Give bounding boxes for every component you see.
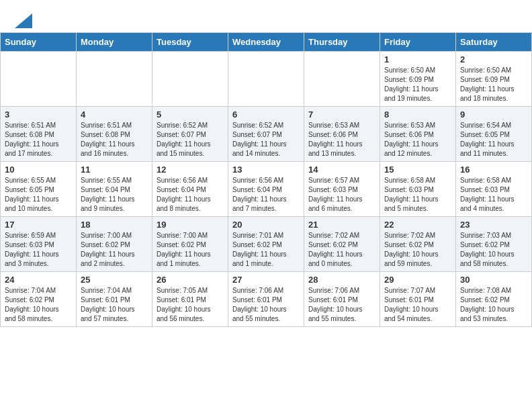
day-number: 24	[5, 275, 72, 285]
day-number: 14	[308, 165, 375, 175]
day-info: Sunrise: 7:04 AM Sunset: 6:01 PM Dayligh…	[81, 286, 148, 324]
calendar-cell: 15Sunrise: 6:58 AM Sunset: 6:03 PM Dayli…	[380, 162, 456, 217]
calendar-cell: 8Sunrise: 6:53 AM Sunset: 6:06 PM Daylig…	[380, 107, 456, 162]
weekday-header: Friday	[380, 33, 456, 52]
calendar-cell: 28Sunrise: 7:06 AM Sunset: 6:01 PM Dayli…	[304, 272, 380, 327]
day-info: Sunrise: 6:59 AM Sunset: 6:03 PM Dayligh…	[5, 231, 72, 269]
day-info: Sunrise: 7:02 AM Sunset: 6:02 PM Dayligh…	[384, 231, 451, 269]
calendar-cell	[152, 52, 228, 107]
calendar-cell	[228, 52, 304, 107]
day-number: 13	[232, 165, 300, 175]
weekday-header: Monday	[77, 33, 152, 52]
calendar-cell: 13Sunrise: 6:56 AM Sunset: 6:04 PM Dayli…	[228, 162, 304, 217]
day-info: Sunrise: 6:50 AM Sunset: 6:09 PM Dayligh…	[384, 66, 451, 103]
day-info: Sunrise: 7:00 AM Sunset: 6:02 PM Dayligh…	[157, 231, 224, 269]
day-info: Sunrise: 7:03 AM Sunset: 6:02 PM Dayligh…	[460, 231, 527, 269]
day-number: 4	[81, 109, 148, 120]
day-number: 11	[81, 165, 148, 175]
page-wrapper: SundayMondayTuesdayWednesdayThursdayFrid…	[0, 0, 532, 327]
day-info: Sunrise: 7:02 AM Sunset: 6:02 PM Dayligh…	[308, 231, 375, 269]
day-number: 20	[232, 220, 300, 230]
day-number: 2	[460, 54, 527, 64]
day-number: 1	[384, 54, 451, 64]
calendar-cell: 11Sunrise: 6:55 AM Sunset: 6:04 PM Dayli…	[77, 162, 152, 217]
calendar-cell: 21Sunrise: 7:02 AM Sunset: 6:02 PM Dayli…	[304, 217, 380, 272]
day-number: 28	[308, 275, 375, 285]
day-info: Sunrise: 6:50 AM Sunset: 6:09 PM Dayligh…	[460, 66, 527, 103]
calendar-cell: 26Sunrise: 7:05 AM Sunset: 6:01 PM Dayli…	[152, 272, 228, 327]
weekday-header: Thursday	[304, 33, 380, 52]
calendar-cell	[1, 52, 77, 107]
day-info: Sunrise: 6:58 AM Sunset: 6:03 PM Dayligh…	[460, 176, 527, 214]
day-number: 27	[232, 275, 300, 285]
day-number: 15	[384, 165, 451, 175]
day-info: Sunrise: 7:05 AM Sunset: 6:01 PM Dayligh…	[157, 286, 224, 324]
day-info: Sunrise: 6:53 AM Sunset: 6:06 PM Dayligh…	[384, 121, 451, 158]
day-info: Sunrise: 6:51 AM Sunset: 6:08 PM Dayligh…	[81, 121, 148, 158]
day-number: 22	[384, 220, 451, 230]
svg-marker-0	[15, 13, 32, 28]
weekday-header: Tuesday	[152, 33, 228, 52]
calendar-cell: 24Sunrise: 7:04 AM Sunset: 6:02 PM Dayli…	[1, 272, 77, 327]
calendar-cell: 1Sunrise: 6:50 AM Sunset: 6:09 PM Daylig…	[380, 52, 456, 107]
day-number: 10	[5, 165, 72, 175]
day-number: 29	[384, 275, 451, 285]
day-info: Sunrise: 6:56 AM Sunset: 6:04 PM Dayligh…	[157, 176, 224, 214]
day-number: 26	[157, 275, 224, 285]
calendar-cell: 6Sunrise: 6:52 AM Sunset: 6:07 PM Daylig…	[228, 107, 304, 162]
day-number: 8	[384, 109, 451, 120]
calendar-cell: 14Sunrise: 6:57 AM Sunset: 6:03 PM Dayli…	[304, 162, 380, 217]
logo-icon	[15, 13, 32, 28]
calendar-cell: 18Sunrise: 7:00 AM Sunset: 6:02 PM Dayli…	[77, 217, 152, 272]
day-info: Sunrise: 6:58 AM Sunset: 6:03 PM Dayligh…	[384, 176, 451, 214]
calendar-cell: 30Sunrise: 7:08 AM Sunset: 6:02 PM Dayli…	[456, 272, 532, 327]
day-info: Sunrise: 6:52 AM Sunset: 6:07 PM Dayligh…	[157, 121, 224, 158]
calendar-week-row: 17Sunrise: 6:59 AM Sunset: 6:03 PM Dayli…	[1, 217, 532, 272]
calendar-cell: 3Sunrise: 6:51 AM Sunset: 6:08 PM Daylig…	[1, 107, 77, 162]
calendar-cell: 25Sunrise: 7:04 AM Sunset: 6:01 PM Dayli…	[77, 272, 152, 327]
day-number: 23	[460, 220, 527, 230]
calendar-cell: 17Sunrise: 6:59 AM Sunset: 6:03 PM Dayli…	[1, 217, 77, 272]
page-header	[0, 0, 532, 32]
day-info: Sunrise: 7:04 AM Sunset: 6:02 PM Dayligh…	[5, 286, 72, 324]
calendar-cell: 22Sunrise: 7:02 AM Sunset: 6:02 PM Dayli…	[380, 217, 456, 272]
calendar-cell: 27Sunrise: 7:06 AM Sunset: 6:01 PM Dayli…	[228, 272, 304, 327]
calendar-cell: 20Sunrise: 7:01 AM Sunset: 6:02 PM Dayli…	[228, 217, 304, 272]
calendar-week-row: 10Sunrise: 6:55 AM Sunset: 6:05 PM Dayli…	[1, 162, 532, 217]
day-info: Sunrise: 6:57 AM Sunset: 6:03 PM Dayligh…	[308, 176, 375, 214]
day-info: Sunrise: 6:54 AM Sunset: 6:05 PM Dayligh…	[460, 121, 527, 158]
weekday-header: Sunday	[1, 33, 77, 52]
calendar-header: SundayMondayTuesdayWednesdayThursdayFrid…	[1, 33, 532, 52]
day-number: 9	[460, 109, 527, 120]
calendar-cell: 12Sunrise: 6:56 AM Sunset: 6:04 PM Dayli…	[152, 162, 228, 217]
day-info: Sunrise: 7:06 AM Sunset: 6:01 PM Dayligh…	[308, 286, 375, 324]
calendar-cell: 5Sunrise: 6:52 AM Sunset: 6:07 PM Daylig…	[152, 107, 228, 162]
day-number: 21	[308, 220, 375, 230]
day-info: Sunrise: 6:55 AM Sunset: 6:04 PM Dayligh…	[81, 176, 148, 214]
weekday-header: Wednesday	[228, 33, 304, 52]
calendar-cell: 19Sunrise: 7:00 AM Sunset: 6:02 PM Dayli…	[152, 217, 228, 272]
calendar-cell: 23Sunrise: 7:03 AM Sunset: 6:02 PM Dayli…	[456, 217, 532, 272]
day-number: 5	[157, 109, 224, 120]
day-number: 17	[5, 220, 72, 230]
day-info: Sunrise: 6:51 AM Sunset: 6:08 PM Dayligh…	[5, 121, 72, 158]
calendar-cell: 4Sunrise: 6:51 AM Sunset: 6:08 PM Daylig…	[77, 107, 152, 162]
calendar-week-row: 1Sunrise: 6:50 AM Sunset: 6:09 PM Daylig…	[1, 52, 532, 107]
day-info: Sunrise: 6:53 AM Sunset: 6:06 PM Dayligh…	[308, 121, 375, 158]
day-number: 6	[232, 109, 300, 120]
weekday-row: SundayMondayTuesdayWednesdayThursdayFrid…	[1, 33, 532, 52]
weekday-header: Saturday	[456, 33, 532, 52]
day-number: 19	[157, 220, 224, 230]
day-number: 30	[460, 275, 527, 285]
logo	[13, 12, 32, 27]
day-info: Sunrise: 7:00 AM Sunset: 6:02 PM Dayligh…	[81, 231, 148, 269]
calendar-cell: 29Sunrise: 7:07 AM Sunset: 6:01 PM Dayli…	[380, 272, 456, 327]
day-info: Sunrise: 7:07 AM Sunset: 6:01 PM Dayligh…	[384, 286, 451, 324]
day-number: 7	[308, 109, 375, 120]
calendar-cell: 16Sunrise: 6:58 AM Sunset: 6:03 PM Dayli…	[456, 162, 532, 217]
day-info: Sunrise: 6:52 AM Sunset: 6:07 PM Dayligh…	[232, 121, 300, 158]
calendar-table: SundayMondayTuesdayWednesdayThursdayFrid…	[0, 32, 532, 327]
day-info: Sunrise: 6:55 AM Sunset: 6:05 PM Dayligh…	[5, 176, 72, 214]
day-number: 18	[81, 220, 148, 230]
day-info: Sunrise: 7:06 AM Sunset: 6:01 PM Dayligh…	[232, 286, 300, 324]
